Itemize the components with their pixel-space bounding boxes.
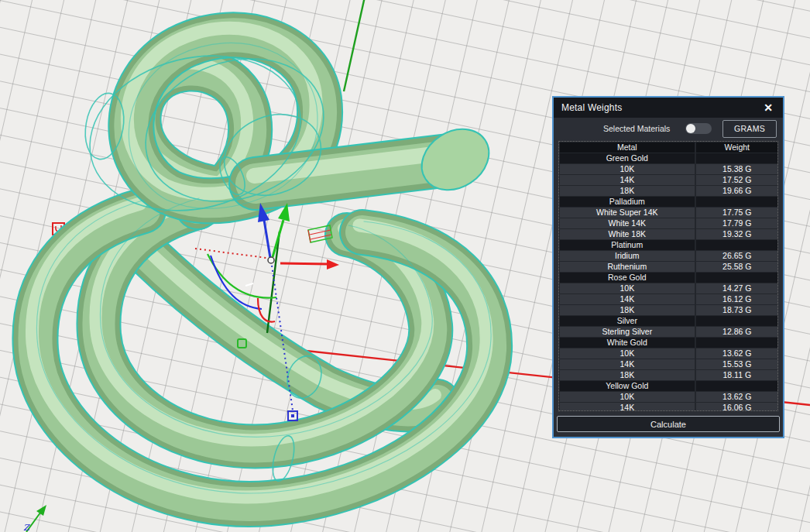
metal-row[interactable]: 10K15.38 G — [560, 164, 777, 174]
close-icon[interactable]: ✕ — [761, 101, 775, 115]
metal-row[interactable]: White 14K17.79 G — [560, 218, 777, 228]
toggle-knob — [686, 124, 695, 133]
section-row[interactable]: Platinum — [560, 240, 777, 250]
metal-row[interactable]: White 18K19.32 G — [560, 229, 777, 239]
weight-column-header: Weight — [696, 142, 778, 153]
metal-row[interactable]: Ruthenium25.58 G — [560, 262, 777, 272]
section-row[interactable]: Palladium — [560, 197, 777, 207]
section-row[interactable]: Rose Gold — [560, 273, 777, 283]
units-button[interactable]: GRAMS — [722, 120, 777, 138]
metal-row[interactable]: Sterling Silver12.86 G — [560, 327, 777, 337]
metal-row[interactable]: 18K18.73 G — [560, 305, 777, 315]
metal-row[interactable]: 10K14.27 G — [560, 283, 777, 293]
metal-row[interactable]: 14K15.53 G — [560, 359, 777, 369]
calculate-button[interactable]: Calculate — [557, 416, 780, 432]
metal-row[interactable]: Iridium26.65 G — [560, 251, 777, 261]
metal-row[interactable]: 18K19.66 G — [560, 186, 777, 196]
section-row[interactable]: White Gold — [560, 338, 777, 348]
section-row[interactable]: Silver — [560, 316, 777, 326]
metal-row[interactable]: White Super 14K17.75 G — [560, 208, 777, 218]
metal-row[interactable]: 10K13.62 G — [560, 392, 777, 402]
metal-row[interactable]: 18K18.11 G — [560, 370, 777, 380]
metal-row[interactable]: 14K16.12 G — [560, 294, 777, 304]
panel-title: Metal Weights — [561, 102, 622, 113]
metal-column-header: Metal — [560, 142, 695, 153]
metal-weights-panel: Metal Weights ✕ Selected Materials GRAMS… — [552, 96, 784, 438]
metal-row[interactable]: 10K13.62 G — [560, 348, 777, 359]
selected-materials-label: Selected Materials — [603, 124, 670, 133]
metal-row[interactable]: 14K17.52 G — [560, 175, 777, 185]
gumball-center-handle[interactable] — [268, 257, 274, 263]
panel-controls: Selected Materials GRAMS — [554, 118, 783, 141]
table-header-row: Metal Weight — [560, 142, 777, 153]
metal-row[interactable]: 14K16.06 G — [560, 403, 777, 411]
section-row[interactable]: Yellow Gold — [560, 381, 777, 391]
metal-weights-table-body: Green Gold10K15.38 G14K17.52 G18K19.66 G… — [560, 153, 777, 411]
panel-titlebar[interactable]: Metal Weights ✕ — [554, 98, 783, 118]
section-row[interactable]: Green Gold — [560, 153, 777, 163]
selected-materials-toggle[interactable] — [685, 123, 712, 134]
metal-weights-table: Metal Weight Green Gold10K15.38 G14K17.5… — [558, 141, 778, 411]
calculate-row: Calculate — [554, 411, 783, 437]
